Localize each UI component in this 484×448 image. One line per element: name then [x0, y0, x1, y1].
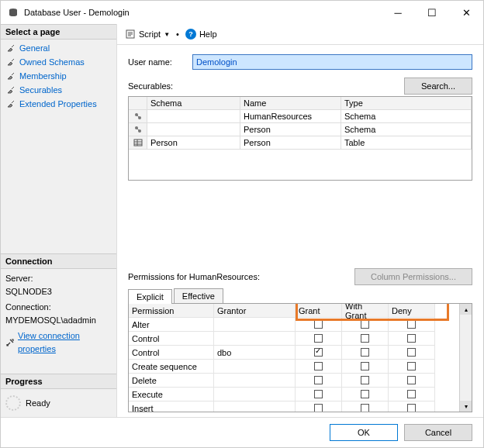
col-name[interactable]: Name	[240, 97, 341, 110]
col-with-grant[interactable]: With Grant	[342, 304, 389, 318]
permissions-label: Permissions for HumanResources:	[128, 272, 354, 281]
app-icon	[7, 6, 19, 19]
page-icon	[5, 57, 16, 67]
row-icon	[129, 123, 147, 136]
server-value: SQLNODE3	[5, 285, 112, 298]
permissions-grid[interactable]: Permission Grantor Grant With Grant Deny…	[129, 304, 459, 412]
securables-row[interactable]: PersonPersonTable	[129, 136, 472, 150]
checkbox[interactable]	[361, 334, 369, 343]
server-label: Server:	[5, 272, 112, 285]
permission-row[interactable]: Alter	[129, 318, 459, 332]
checkbox[interactable]	[361, 320, 369, 329]
dialog-footer: OK Cancel	[1, 417, 483, 447]
help-button[interactable]: ? Help	[185, 29, 217, 40]
checkbox[interactable]	[407, 376, 416, 384]
select-page-header: Select a page	[1, 24, 116, 40]
col-deny[interactable]: Deny	[389, 304, 435, 318]
checkbox[interactable]	[314, 348, 323, 357]
connection-icon	[5, 338, 15, 347]
permission-row[interactable]: Controldbo	[129, 346, 459, 360]
sidebar-item-securables[interactable]: Securables	[1, 83, 116, 97]
checkbox[interactable]	[361, 376, 369, 384]
sidebar-item-extended-properties[interactable]: Extended Properties	[1, 97, 116, 111]
sidebar-item-general[interactable]: General	[1, 41, 116, 55]
col-type[interactable]: Type	[341, 97, 472, 110]
view-connection-properties-link[interactable]: View connection properties	[5, 329, 112, 355]
cancel-button[interactable]: Cancel	[404, 424, 472, 441]
connection-value: MYDEMOSQL\adadmin	[5, 314, 112, 327]
checkbox[interactable]	[361, 348, 369, 357]
toolbar: Script ▼ • ? Help	[117, 24, 483, 45]
chevron-down-icon: ▼	[164, 31, 170, 38]
svg-point-2	[9, 13, 17, 16]
checkbox[interactable]	[407, 362, 416, 370]
checkbox[interactable]	[361, 362, 369, 370]
maximize-button[interactable]: ☐	[415, 1, 449, 24]
permission-row[interactable]: Delete	[129, 374, 459, 388]
page-icon	[5, 84, 16, 95]
tab-explicit[interactable]: Explicit	[128, 289, 172, 304]
checkbox[interactable]	[361, 390, 369, 398]
col-schema[interactable]: Schema	[147, 97, 240, 110]
svg-rect-8	[134, 140, 142, 146]
row-icon	[129, 136, 147, 150]
col-permission[interactable]: Permission	[129, 304, 214, 318]
script-icon	[125, 29, 136, 40]
sidebar-item-owned-schemas[interactable]: Owned Schemas	[1, 55, 116, 69]
checkbox[interactable]	[314, 390, 323, 398]
help-icon: ?	[185, 29, 196, 40]
checkbox[interactable]	[407, 348, 416, 357]
page-icon	[5, 71, 16, 81]
checkbox[interactable]	[407, 320, 416, 329]
minimize-button[interactable]: ─	[381, 1, 415, 24]
titlebar: Database User - Demologin ─ ☐ ✕	[1, 1, 483, 24]
checkbox[interactable]	[361, 404, 369, 412]
username-label: User name:	[128, 57, 186, 67]
permissions-scrollbar[interactable]: ▴ ▾	[459, 304, 472, 412]
checkbox[interactable]	[314, 376, 323, 384]
tab-effective[interactable]: Effective	[174, 288, 223, 303]
connection-header: Connection	[1, 253, 116, 269]
progress-status: Ready	[26, 398, 50, 408]
checkbox[interactable]	[407, 404, 416, 412]
username-input[interactable]	[192, 54, 472, 70]
window-title: Database User - Demologin	[24, 8, 381, 17]
checkbox[interactable]	[407, 390, 416, 398]
permission-row[interactable]: Insert	[129, 401, 459, 412]
page-icon	[5, 43, 16, 53]
securables-label: Securables:	[128, 81, 404, 91]
col-grantor[interactable]: Grantor	[214, 304, 296, 318]
search-button[interactable]: Search...	[404, 78, 472, 95]
permission-row[interactable]: Create sequence	[129, 360, 459, 374]
connection-label: Connection:	[5, 301, 112, 314]
column-permissions-button: Column Permissions...	[354, 268, 472, 285]
checkbox[interactable]	[314, 362, 323, 370]
page-icon	[5, 98, 16, 109]
checkbox[interactable]	[407, 334, 416, 343]
script-button[interactable]: Script ▼	[125, 29, 170, 40]
securables-row[interactable]: HumanResourcesSchema	[129, 110, 472, 123]
securables-row[interactable]: PersonSchema	[129, 123, 472, 136]
col-grant[interactable]: Grant	[296, 304, 342, 318]
progress-header: Progress	[1, 374, 116, 389]
securables-grid[interactable]: Schema Name Type HumanResourcesSchemaPer…	[128, 96, 472, 181]
checkbox[interactable]	[314, 404, 323, 412]
checkbox[interactable]	[314, 334, 323, 343]
ok-button[interactable]: OK	[330, 424, 398, 441]
row-icon	[129, 110, 147, 123]
progress-spinner-icon	[5, 395, 21, 411]
close-button[interactable]: ✕	[449, 1, 483, 24]
main-panel: Script ▼ • ? Help User name: Securables:…	[117, 24, 483, 417]
permission-row[interactable]: Control	[129, 332, 459, 346]
scroll-down-icon[interactable]: ▾	[460, 401, 472, 412]
scroll-up-icon[interactable]: ▴	[460, 304, 472, 315]
permission-row[interactable]: Execute	[129, 388, 459, 401]
checkbox[interactable]	[314, 320, 323, 329]
sidebar-item-membership[interactable]: Membership	[1, 69, 116, 83]
sidebar: Select a page GeneralOwned SchemasMember…	[1, 24, 117, 417]
